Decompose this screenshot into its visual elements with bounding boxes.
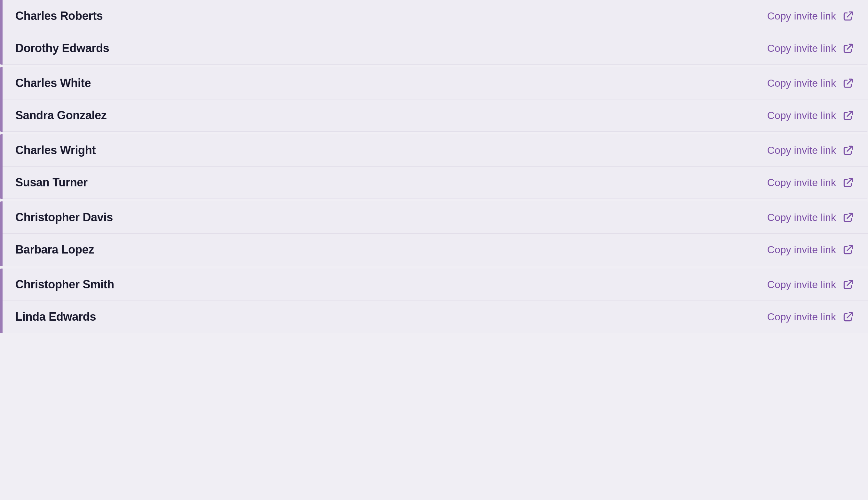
copy-invite-link-text[interactable]: Copy invite link	[767, 10, 836, 22]
copy-invite-link-text[interactable]: Copy invite link	[767, 43, 836, 54]
copy-invite-link-text[interactable]: Copy invite link	[767, 77, 836, 89]
list-item: Sandra GonzalezCopy invite link	[0, 100, 868, 132]
person-name: Susan Turner	[15, 176, 88, 189]
item-right: Copy invite link	[767, 310, 855, 324]
copy-link-icon[interactable]	[841, 143, 855, 157]
item-right: Copy invite link	[767, 9, 855, 23]
item-right: Copy invite link	[767, 109, 855, 123]
group-bar	[0, 134, 2, 199]
person-name: Dorothy Edwards	[15, 42, 109, 55]
copy-link-icon[interactable]	[841, 9, 855, 23]
copy-invite-link-text[interactable]: Copy invite link	[767, 279, 836, 291]
item-right: Copy invite link	[767, 243, 855, 257]
list-item: Charles RobertsCopy invite link	[0, 0, 868, 32]
item-right: Copy invite link	[767, 175, 855, 190]
copy-invite-link-text[interactable]: Copy invite link	[767, 311, 836, 323]
group-bar	[0, 201, 2, 266]
item-left: Linda Edwards	[0, 310, 767, 323]
copy-link-icon[interactable]	[841, 277, 855, 292]
item-left: Barbara Lopez	[0, 243, 767, 257]
invite-list: Charles RobertsCopy invite link Dorothy …	[0, 0, 868, 333]
copy-link-icon[interactable]	[841, 109, 855, 123]
group-2: Charles WhiteCopy invite link Sandra Gon…	[0, 67, 868, 132]
group-bar	[0, 67, 2, 132]
copy-invite-link-text[interactable]: Copy invite link	[767, 212, 836, 224]
item-left: Dorothy Edwards	[0, 42, 767, 55]
list-item: Charles WrightCopy invite link	[0, 134, 868, 167]
item-left: Susan Turner	[0, 176, 767, 189]
person-name: Christopher Smith	[15, 278, 114, 291]
item-left: Sandra Gonzalez	[0, 109, 767, 122]
group-1: Charles RobertsCopy invite link Dorothy …	[0, 0, 868, 65]
item-left: Christopher Smith	[0, 278, 767, 291]
person-name: Charles Wright	[15, 144, 95, 157]
copy-invite-link-text[interactable]: Copy invite link	[767, 110, 836, 122]
item-left: Charles White	[0, 76, 767, 90]
copy-invite-link-text[interactable]: Copy invite link	[767, 177, 836, 189]
item-right: Copy invite link	[767, 211, 855, 225]
person-name: Barbara Lopez	[15, 243, 94, 257]
copy-invite-link-text[interactable]: Copy invite link	[767, 244, 836, 256]
copy-link-icon[interactable]	[841, 310, 855, 324]
item-right: Copy invite link	[767, 76, 855, 90]
item-right: Copy invite link	[767, 41, 855, 55]
copy-link-icon[interactable]	[841, 76, 855, 90]
copy-link-icon[interactable]	[841, 175, 855, 190]
group-bar	[0, 269, 2, 333]
person-name: Charles Roberts	[15, 9, 103, 23]
copy-link-icon[interactable]	[841, 41, 855, 55]
list-item: Christopher SmithCopy invite link	[0, 269, 868, 301]
person-name: Sandra Gonzalez	[15, 109, 107, 122]
group-5: Christopher SmithCopy invite link Linda …	[0, 269, 868, 333]
copy-invite-link-text[interactable]: Copy invite link	[767, 145, 836, 156]
person-name: Linda Edwards	[15, 310, 96, 323]
list-item: Charles WhiteCopy invite link	[0, 67, 868, 100]
list-item: Susan TurnerCopy invite link	[0, 167, 868, 199]
copy-link-icon[interactable]	[841, 243, 855, 257]
item-left: Charles Roberts	[0, 9, 767, 23]
item-left: Christopher Davis	[0, 211, 767, 224]
person-name: Charles White	[15, 76, 91, 90]
group-4: Christopher DavisCopy invite link Barbar…	[0, 201, 868, 266]
list-item: Barbara LopezCopy invite link	[0, 234, 868, 266]
list-item: Christopher DavisCopy invite link	[0, 201, 868, 234]
group-3: Charles WrightCopy invite link Susan Tur…	[0, 134, 868, 199]
copy-link-icon[interactable]	[841, 211, 855, 225]
item-right: Copy invite link	[767, 277, 855, 292]
item-left: Charles Wright	[0, 144, 767, 157]
list-item: Dorothy EdwardsCopy invite link	[0, 32, 868, 65]
list-item: Linda EdwardsCopy invite link	[0, 301, 868, 333]
person-name: Christopher Davis	[15, 211, 113, 224]
group-bar	[0, 0, 2, 65]
item-right: Copy invite link	[767, 143, 855, 157]
